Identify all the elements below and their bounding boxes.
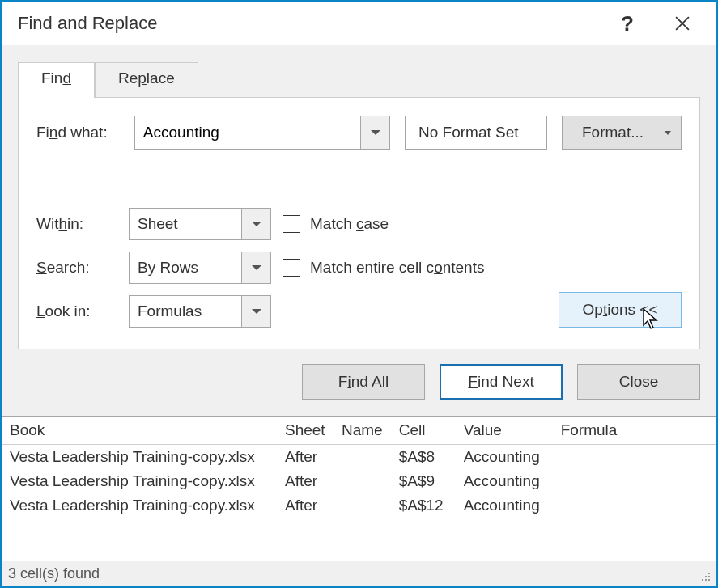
window-title: Find and Replace xyxy=(18,13,608,34)
close-button[interactable]: Close xyxy=(577,364,700,400)
cell-name xyxy=(334,493,391,518)
col-header-formula[interactable]: Formula xyxy=(553,417,716,445)
resize-grip-icon[interactable] xyxy=(697,568,710,581)
match-case-checkbox[interactable]: Match case xyxy=(283,215,682,233)
find-replace-dialog: Find and Replace ? Find Replace xyxy=(0,0,718,588)
table-row[interactable]: Vesta Leadership Training-copy.xlsxAfter… xyxy=(2,493,716,518)
find-all-button[interactable]: Find All xyxy=(302,364,425,400)
chevron-down-icon xyxy=(252,309,261,314)
lookin-label: Look in: xyxy=(36,302,117,320)
format-button[interactable]: Format... xyxy=(562,116,682,150)
close-icon xyxy=(675,16,690,31)
cell-value: Accounting xyxy=(456,493,553,518)
cell-formula xyxy=(553,445,716,470)
tabstrip: Find Replace xyxy=(18,61,700,97)
table-row[interactable]: Vesta Leadership Training-copy.xlsxAfter… xyxy=(2,445,716,470)
cell-book: Vesta Leadership Training-copy.xlsx xyxy=(2,469,277,493)
dialog-buttons: Find All Find Next Close xyxy=(2,349,716,416)
find-what-input[interactable] xyxy=(135,116,360,149)
chevron-down-icon xyxy=(252,265,261,270)
search-dropdown[interactable] xyxy=(241,252,270,283)
status-text: 3 cell(s) found xyxy=(8,565,100,582)
help-button[interactable]: ? xyxy=(608,4,647,43)
find-what-combo[interactable] xyxy=(134,116,390,150)
tab-find[interactable]: Find xyxy=(18,62,95,98)
checkbox-box xyxy=(283,259,300,277)
within-label: Within: xyxy=(36,215,117,233)
search-label: Search: xyxy=(36,259,117,277)
cell-name xyxy=(334,469,391,493)
find-what-dropdown[interactable] xyxy=(360,116,389,149)
col-header-value[interactable]: Value xyxy=(456,417,553,445)
find-next-button[interactable]: Find Next xyxy=(440,364,563,400)
cell-name xyxy=(334,445,391,470)
cell-value: Accounting xyxy=(456,469,553,493)
statusbar: 3 cell(s) found xyxy=(2,561,716,586)
titlebar: Find and Replace ? xyxy=(2,2,716,45)
cell-sheet: After xyxy=(277,493,334,518)
chevron-down-icon xyxy=(665,131,671,135)
lookin-combo[interactable]: Formulas xyxy=(129,295,271,328)
chevron-down-icon xyxy=(252,222,261,226)
cell-sheet: After xyxy=(277,469,334,493)
chevron-down-icon xyxy=(371,130,380,135)
close-window-button[interactable] xyxy=(663,4,702,43)
find-what-label: Find what: xyxy=(36,124,120,142)
client-area: Find Replace Find what: xyxy=(2,45,716,586)
results-table: Book Sheet Name Cell Value Formula Vesta… xyxy=(2,417,716,518)
col-header-name[interactable]: Name xyxy=(334,417,391,445)
cell-cell: $A$12 xyxy=(391,493,456,518)
cell-formula xyxy=(553,469,716,493)
cell-value: Accounting xyxy=(456,445,553,470)
cell-formula xyxy=(553,493,716,518)
table-row[interactable]: Vesta Leadership Training-copy.xlsxAfter… xyxy=(2,469,716,493)
cell-cell: $A$8 xyxy=(391,445,456,470)
cell-cell: $A$9 xyxy=(391,469,456,493)
within-combo[interactable]: Sheet xyxy=(129,208,271,240)
find-panel: Find what: No Format Set Format... xyxy=(18,97,700,349)
col-header-sheet[interactable]: Sheet xyxy=(277,417,334,445)
tab-replace[interactable]: Replace xyxy=(95,62,198,98)
results-pane[interactable]: Book Sheet Name Cell Value Formula Vesta… xyxy=(2,416,716,561)
col-header-cell[interactable]: Cell xyxy=(391,417,456,445)
within-dropdown[interactable] xyxy=(241,209,270,239)
col-header-book[interactable]: Book xyxy=(2,417,277,445)
format-preview: No Format Set xyxy=(405,116,547,150)
search-combo[interactable]: By Rows xyxy=(129,252,271,284)
match-entire-checkbox[interactable]: Match entire cell contents xyxy=(283,259,682,277)
cell-book: Vesta Leadership Training-copy.xlsx xyxy=(2,445,277,470)
lookin-dropdown[interactable] xyxy=(241,296,270,327)
cell-book: Vesta Leadership Training-copy.xlsx xyxy=(2,493,277,518)
checkbox-box xyxy=(283,215,300,233)
cell-sheet: After xyxy=(277,445,334,470)
options-button[interactable]: Options << xyxy=(559,292,682,328)
